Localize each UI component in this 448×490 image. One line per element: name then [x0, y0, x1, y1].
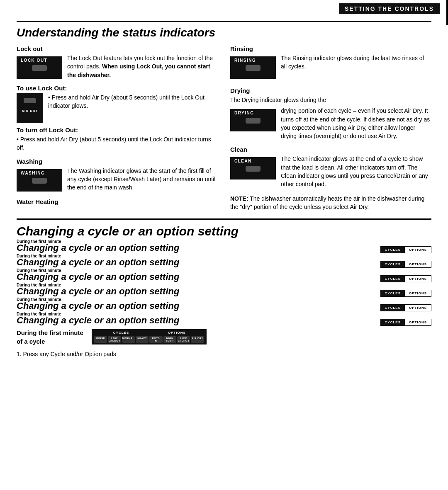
lockout-group: LOCK OUT The Lock Out feature lets you l… [17, 54, 218, 81]
lockout-panel: LOCK OUT [17, 56, 62, 79]
changing-row-5: During the first minute Changing a cycle… [17, 297, 431, 311]
cr-below-4: Changing a cycle or an option setting [17, 286, 179, 297]
last-row-line2: of a cycle [17, 338, 83, 345]
cr-below-1: Changing a cycle or an option setting [17, 243, 179, 253]
last-row-text-block: During the first minute of a cycle [17, 329, 83, 347]
washing-panel-button [32, 178, 47, 184]
clean-panel-button [246, 166, 261, 172]
header-title: SETTING THE CONTROLS [339, 3, 440, 14]
drying-panel-label: DRYING [234, 111, 272, 115]
airdry-label: AIR DRY [21, 109, 39, 113]
drying-heading: Drying [230, 87, 431, 94]
header-line [446, 0, 448, 25]
washing-panel-label: WASHING [21, 171, 58, 175]
section1-divider [17, 21, 431, 22]
changing-row-6: During the first minute Changing a cycle… [17, 312, 431, 326]
lockout-text: The Lock Out feature lets you lock out t… [67, 54, 218, 79]
to-use-group: AIR DRY Press and hold Air Dry (about 5 … [17, 93, 218, 123]
to-use-text: Press and hold Air Dry (about 5 seconds)… [48, 93, 218, 112]
airdry-panel: AIR DRY [17, 93, 43, 123]
drying-panel-button [246, 118, 261, 124]
changing-row-1: During the first minute Changing a cycle… [17, 239, 431, 253]
drying-text: drying portion of each cycle – even if y… [281, 107, 431, 140]
two-col-layout: Lock out LOCK OUT The Lock Out feature l… [17, 45, 431, 211]
rinsing-intro: The Rinsing indicator glows during the [281, 55, 379, 61]
cell-heavy: HEAVY [136, 336, 149, 343]
cr-cycles-1: CYCLES [381, 247, 405, 253]
cr-options-1: OPTIONS [405, 247, 431, 253]
rinsing-heading: Rinsing [230, 45, 431, 52]
cr-bar-3: CYCLES OPTIONS [380, 275, 431, 282]
cr-cycles-2: CYCLES [381, 261, 405, 267]
cr-options-4: OPTIONS [405, 290, 431, 296]
to-use-bullet: Press and hold Air Dry (about 5 seconds)… [48, 93, 218, 110]
cr-cycles-4: CYCLES [381, 290, 405, 296]
bottom-note: 1. Press any Cycle and/or Option pads [17, 350, 431, 358]
airdry-button [24, 98, 36, 103]
to-turn-off-heading: To turn off Lock Out: [17, 126, 218, 133]
cr-below-5: Changing a cycle or an option setting [17, 301, 179, 311]
cr-options-6: OPTIONS [405, 319, 431, 325]
lockout-heading: Lock out [17, 45, 218, 52]
drying-panel: DRYING [230, 109, 276, 131]
section1-title: Understanding the status indicators [17, 26, 431, 39]
cr-bar-6: CYCLES OPTIONS [380, 319, 431, 326]
note-body: The dishwasher automatically heats the a… [230, 195, 424, 210]
cr-below-6: Changing a cycle or an option setting [17, 315, 179, 326]
lockout-intro: The Lock Out feature lets you lock out t… [67, 55, 175, 61]
clean-panel-label: CLEAN [234, 159, 272, 163]
water-heating-heading: Water Heating [17, 198, 218, 205]
cr-below-2: Changing a cycle or an option setting [17, 257, 179, 268]
bottom-control-panel: CYCLES OPTIONS RINSE LOWENERGY NORMAL HE… [92, 329, 207, 344]
to-use-heading: To use Lock Out: [17, 85, 218, 92]
cell-air-dry: AIR DRY [191, 336, 204, 343]
cr-bar-1: CYCLES OPTIONS [380, 246, 431, 253]
cr-bar-5: CYCLES OPTIONS [380, 304, 431, 311]
clean-panel: CLEAN [230, 157, 276, 180]
clean-text: The Clean indicator glows at the end of … [281, 155, 431, 188]
clean-group: CLEAN The Clean indicator glows at the e… [230, 155, 431, 188]
clean-intro: The Clean indicator glows at the end of … [281, 155, 387, 162]
lockout-panel-label: LOCK OUT [21, 58, 58, 63]
rinsing-panel: RINSING [230, 56, 276, 79]
drying-group: DRYING drying portion of each cycle – ev… [230, 107, 431, 140]
cr-bar-4: CYCLES OPTIONS [380, 290, 431, 297]
last-row-line1: During the first minute [17, 329, 83, 336]
washing-group: WASHING The Washing indicator glows at t… [17, 167, 218, 194]
washing-heading: Washing [17, 158, 218, 165]
to-turn-off-bullet: Press and hold Air Dry (about 5 seconds)… [17, 135, 218, 152]
cr-cycles-3: CYCLES [381, 276, 405, 282]
col-right: Rinsing RINSING The Rinsing indicator gl… [230, 45, 431, 211]
panel-header-row: CYCLES OPTIONS [94, 331, 204, 335]
cell-normal: NORMAL [122, 336, 135, 343]
rinsing-group: RINSING The Rinsing indicator glows duri… [230, 54, 431, 81]
washing-panel: WASHING [17, 169, 62, 192]
cell-pots: POTSN [149, 336, 162, 343]
cell-low-energy2: LOWENERGY [177, 336, 190, 343]
drying-intro: The Drying indicator glows during the [230, 96, 431, 104]
main-content: Understanding the status indicators Lock… [0, 21, 448, 359]
changing-row-2: During the first minute Changing a cycle… [17, 254, 431, 268]
col-left: Lock out LOCK OUT The Lock Out feature l… [17, 45, 218, 211]
note-text: NOTE: The dishwasher automatically heats… [230, 194, 431, 211]
cr-options-5: OPTIONS [405, 305, 431, 311]
drying-side: drying portion of each cycle – even if y… [281, 107, 430, 139]
panel-cycles-label: CYCLES [94, 331, 148, 335]
bottom-section: During the first minute of a cycle CYCLE… [17, 329, 431, 347]
changing-rows: During the first minute Changing a cycle… [17, 239, 431, 326]
rinsing-panel-button [246, 65, 261, 71]
drying-section: Drying The Drying indicator glows during… [230, 87, 431, 140]
changing-row-3: During the first minute Changing a cycle… [17, 268, 431, 282]
clean-heading: Clean [230, 146, 431, 153]
cell-low-energy: LOWENERGY [108, 336, 121, 343]
rinsing-panel-label: RINSING [234, 58, 272, 63]
rinsing-text: The Rinsing indicator glows during the l… [281, 54, 431, 71]
cr-bar-2: CYCLES OPTIONS [380, 261, 431, 268]
washing-intro: The Washing indicator glows at the start… [67, 167, 177, 174]
cr-options-2: OPTIONS [405, 261, 431, 267]
section2-divider [17, 218, 431, 220]
washing-text: The Washing indicator glows at the start… [67, 167, 218, 192]
panel-options-label: OPTIONS [150, 331, 204, 335]
panel-grid: RINSE LOWENERGY NORMAL HEAVY POTSN HIGHT… [94, 336, 204, 343]
cr-options-3: OPTIONS [405, 276, 431, 282]
